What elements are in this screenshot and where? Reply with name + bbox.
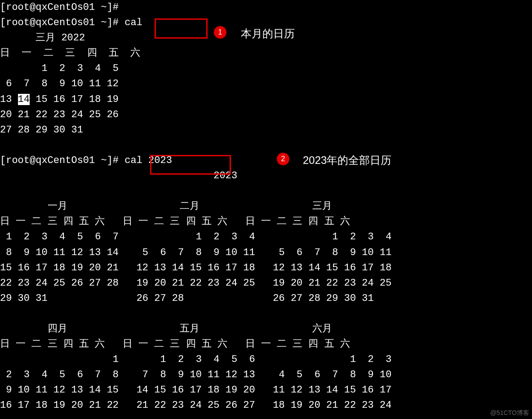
highlight-box-cmd2 — [150, 155, 231, 175]
highlight-box-cmd1 — [155, 18, 208, 39]
terminal-output: [root@qxCentOs01 ~]# [root@qxCentOs01 ~]… — [0, 0, 532, 414]
annotation-badge-1: 1 — [214, 26, 226, 39]
watermark: @51CTO博客 — [490, 408, 529, 418]
annotation-badge-2: 2 — [277, 153, 289, 165]
annotation-text-2: 2023年的全部日历 — [303, 152, 391, 168]
annotation-text-1: 本月的日历 — [241, 25, 295, 42]
